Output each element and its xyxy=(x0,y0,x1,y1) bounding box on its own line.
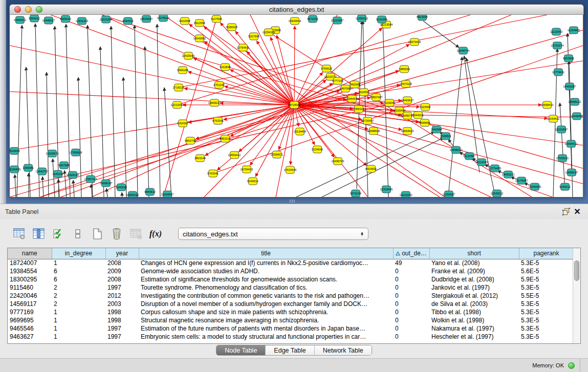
network-node[interactable]: 10954412 xyxy=(228,151,241,159)
table-row[interactable]: 977716911998Corpus callosum shape and si… xyxy=(8,308,574,316)
network-node[interactable]: 14453212 xyxy=(502,171,515,178)
network-node[interactable]: 10449388 xyxy=(571,113,583,120)
network-node[interactable]: 20364436 xyxy=(346,95,359,102)
table-selector-dropdown[interactable]: citations_edges.txt ▲▼ xyxy=(178,228,368,240)
network-node[interactable]: 9115460 xyxy=(420,103,430,111)
network-node[interactable]: 11931243 xyxy=(76,17,88,25)
network-node[interactable]: 15751074 xyxy=(551,42,564,49)
network-node[interactable]: 12213393 xyxy=(171,101,184,108)
network-node[interactable]: 10221543 xyxy=(400,191,412,197)
network-node[interactable]: 9572244 xyxy=(350,190,361,197)
network-node[interactable]: 9538821 xyxy=(440,133,451,140)
network-node[interactable]: 15276021 xyxy=(157,15,170,21)
network-node[interactable]: 16543982 xyxy=(193,35,206,42)
network-node[interactable]: 8246512 xyxy=(247,178,258,185)
network-node[interactable]: 9422668 xyxy=(179,17,190,25)
network-node[interactable]: 17359928 xyxy=(70,149,82,156)
network-node[interactable]: 13505115 xyxy=(67,171,79,179)
network-node[interactable]: 15495793 xyxy=(332,158,344,165)
network-node[interactable]: 15958413 xyxy=(541,101,554,108)
network-node[interactable]: 11054212 xyxy=(356,15,368,22)
network-node[interactable]: 10807487 xyxy=(370,94,383,101)
network-node[interactable]: 2520655 xyxy=(10,147,20,155)
network-node[interactable]: 9305012 xyxy=(60,15,71,23)
network-node[interactable]: 10154412 xyxy=(547,115,560,122)
network-node[interactable]: 17533221 xyxy=(556,155,569,162)
network-node[interactable]: 10449317 xyxy=(42,17,55,24)
network-node[interactable]: 15720407 xyxy=(361,117,374,124)
network-node[interactable]: 9572231 xyxy=(307,15,318,23)
network-node[interactable]: 12754411 xyxy=(237,44,249,51)
network-node[interactable]: 11122587 xyxy=(463,152,475,160)
function-builder-icon[interactable]: f(x) xyxy=(147,226,164,242)
network-node[interactable]: 10533287 xyxy=(140,15,153,23)
network-node[interactable]: 7386312 xyxy=(353,105,364,113)
delete-table-icon[interactable] xyxy=(128,226,144,242)
column-header-year[interactable]: year xyxy=(105,248,139,259)
network-node[interactable]: 9842752 xyxy=(185,137,196,144)
resize-grip[interactable] xyxy=(580,359,588,372)
vertical-scrollbar[interactable] xyxy=(573,248,580,343)
network-node[interactable]: 11254567 xyxy=(443,191,455,197)
network-node[interactable]: 13909221 xyxy=(208,99,221,106)
network-node[interactable]: 1640954 xyxy=(431,126,442,133)
split-divider-handle[interactable] xyxy=(290,200,296,203)
network-node[interactable]: 13973403 xyxy=(408,38,421,46)
network-node[interactable]: 17957223 xyxy=(84,176,97,183)
network-node[interactable]: 9853221 xyxy=(220,135,231,142)
network-node[interactable]: 10958107 xyxy=(565,169,578,176)
citation-network-graph[interactable]: 1872400794226688912954912750581863289327… xyxy=(10,15,583,197)
network-node[interactable]: 3624554 xyxy=(358,89,369,96)
network-node[interactable]: 9396184 xyxy=(177,67,188,74)
network-node[interactable]: 16094312 xyxy=(14,16,27,24)
network-node[interactable]: 9763341 xyxy=(207,170,219,177)
network-node[interactable]: 16094355 xyxy=(529,183,541,190)
network-node[interactable]: 7462663 xyxy=(349,81,360,88)
network-node[interactable]: 9794023 xyxy=(321,65,332,72)
network-node[interactable]: 19654923 xyxy=(401,127,414,135)
network-node[interactable]: 8924502 xyxy=(365,165,377,172)
network-node[interactable]: 11254843 xyxy=(568,27,580,34)
table-row[interactable]: 969969511998Structural magnetic resonanc… xyxy=(8,316,574,324)
network-node[interactable]: 16958187 xyxy=(100,180,113,187)
network-node[interactable]: 14453287 xyxy=(563,83,576,90)
network-node[interactable]: 8813094 xyxy=(417,15,428,20)
network-node[interactable]: 1145194 xyxy=(52,170,63,178)
network-node[interactable]: 2718126 xyxy=(173,84,184,91)
scrollbar-thumb[interactable] xyxy=(574,260,579,281)
network-node[interactable]: 2803144 xyxy=(194,155,206,162)
network-node[interactable]: 6216043 xyxy=(384,99,395,106)
new-column-icon[interactable] xyxy=(89,226,105,242)
show-column-icon[interactable] xyxy=(31,226,47,242)
tab-edge-table[interactable]: Edge Table xyxy=(265,345,314,355)
network-canvas[interactable]: 1872400794226688912954912750581863289327… xyxy=(9,15,583,197)
tab-node-table[interactable]: Node Table xyxy=(216,345,265,355)
delete-column-icon[interactable] xyxy=(108,226,125,242)
network-node[interactable]: 9397588 xyxy=(58,162,70,169)
table-row[interactable]: 1830029562008Estimation of significance … xyxy=(8,275,574,283)
network-node[interactable]: 15958122 xyxy=(569,98,581,105)
network-node[interactable]: 12323445 xyxy=(380,186,393,193)
memory-ok-icon[interactable] xyxy=(568,362,575,369)
column-header-name[interactable]: name xyxy=(8,248,52,259)
tab-network-table[interactable]: Network Table xyxy=(314,345,372,355)
network-node[interactable]: 9127505 xyxy=(211,15,222,23)
network-window-titlebar[interactable]: citations_edges.txt xyxy=(9,4,584,15)
table-row[interactable]: 2242004622012Investigating the contribut… xyxy=(8,292,574,300)
network-node[interactable]: 9944312 xyxy=(122,17,134,25)
float-panel-icon[interactable] xyxy=(560,207,572,217)
unselect-all-icon[interactable] xyxy=(70,226,86,242)
network-node[interactable]: 20206576 xyxy=(46,150,59,157)
network-node[interactable]: 2751243 xyxy=(213,81,225,89)
network-node[interactable]: 9777169 xyxy=(332,77,343,84)
network-node[interactable]: 9354012 xyxy=(29,15,40,22)
network-node[interactable]: 19495794 xyxy=(401,112,414,119)
network-node[interactable]: 10533212 xyxy=(491,190,504,197)
network-node[interactable]: 10221094 xyxy=(100,16,113,23)
network-node[interactable]: 8186328 xyxy=(226,24,237,31)
network-node[interactable]: 8753341 xyxy=(212,117,224,124)
network-node[interactable]: 13221543 xyxy=(475,159,488,166)
network-node[interactable]: 11156829 xyxy=(10,166,20,173)
network-node[interactable]: 9245043 xyxy=(116,184,127,191)
network-node[interactable]: 12774411 xyxy=(552,69,564,76)
